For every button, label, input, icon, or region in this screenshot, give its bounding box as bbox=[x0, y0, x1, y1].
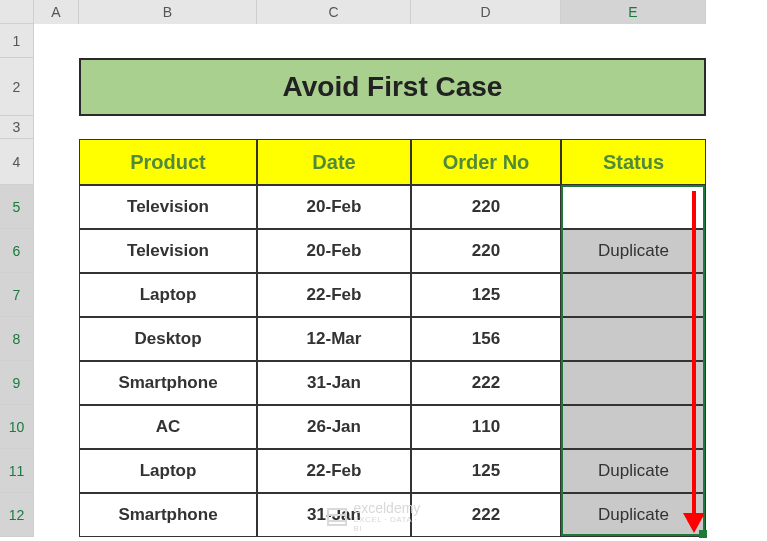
watermark-logo-icon bbox=[327, 508, 347, 526]
cell-order[interactable]: 125 bbox=[411, 449, 561, 493]
header-status[interactable]: Status bbox=[561, 139, 706, 185]
column-headers: ABCDE bbox=[34, 0, 706, 24]
col-header-d[interactable]: D bbox=[411, 0, 561, 24]
cell-date[interactable]: 20-Feb bbox=[257, 229, 411, 273]
row-header-6[interactable]: 6 bbox=[0, 229, 34, 273]
cell-date[interactable]: 22-Feb bbox=[257, 273, 411, 317]
row-header-9[interactable]: 9 bbox=[0, 361, 34, 405]
row-header-8[interactable]: 8 bbox=[0, 317, 34, 361]
page-title: Avoid First Case bbox=[79, 58, 706, 116]
cell-status[interactable] bbox=[561, 317, 706, 361]
col-header-b[interactable]: B bbox=[79, 0, 257, 24]
cell-product[interactable]: Television bbox=[79, 229, 257, 273]
row-header-7[interactable]: 7 bbox=[0, 273, 34, 317]
row-header-12[interactable]: 12 bbox=[0, 493, 34, 537]
row-header-10[interactable]: 10 bbox=[0, 405, 34, 449]
cell-date[interactable]: 12-Mar bbox=[257, 317, 411, 361]
row-header-3[interactable]: 3 bbox=[0, 116, 34, 139]
select-all-corner[interactable] bbox=[0, 0, 34, 24]
cell-product[interactable]: AC bbox=[79, 405, 257, 449]
cell-order[interactable]: 222 bbox=[411, 361, 561, 405]
cell-product[interactable]: Laptop bbox=[79, 273, 257, 317]
arrow-head-icon bbox=[683, 513, 705, 533]
cell-order[interactable]: 125 bbox=[411, 273, 561, 317]
cell-order[interactable]: 156 bbox=[411, 317, 561, 361]
row-header-11[interactable]: 11 bbox=[0, 449, 34, 493]
cell-product[interactable]: Television bbox=[79, 185, 257, 229]
col-header-c[interactable]: C bbox=[257, 0, 411, 24]
cell-order[interactable]: 220 bbox=[411, 229, 561, 273]
cell-product[interactable]: Desktop bbox=[79, 317, 257, 361]
header-order[interactable]: Order No bbox=[411, 139, 561, 185]
col-header-a[interactable]: A bbox=[34, 0, 79, 24]
watermark: exceldemy EXCEL · DATA · BI bbox=[327, 501, 422, 533]
arrow-annotation bbox=[692, 191, 696, 517]
cell-date[interactable]: 22-Feb bbox=[257, 449, 411, 493]
cell-product[interactable]: Smartphone bbox=[79, 493, 257, 537]
row-headers: 123456789101112 bbox=[0, 24, 34, 537]
header-product[interactable]: Product bbox=[79, 139, 257, 185]
cell-status[interactable] bbox=[561, 273, 706, 317]
cell-order[interactable]: 222 bbox=[411, 493, 561, 537]
cell-status[interactable]: Duplicate bbox=[561, 229, 706, 273]
col-header-e[interactable]: E bbox=[561, 0, 706, 24]
header-date[interactable]: Date bbox=[257, 139, 411, 185]
spreadsheet: ABCDE 123456789101112 Avoid First Case P… bbox=[0, 0, 767, 541]
row-header-2[interactable]: 2 bbox=[0, 58, 34, 116]
cell-product[interactable]: Smartphone bbox=[79, 361, 257, 405]
title-text: Avoid First Case bbox=[283, 71, 503, 103]
cell-product[interactable]: Laptop bbox=[79, 449, 257, 493]
cell-status[interactable]: Duplicate bbox=[561, 449, 706, 493]
cell-order[interactable]: 220 bbox=[411, 185, 561, 229]
row-header-5[interactable]: 5 bbox=[0, 185, 34, 229]
cell-status[interactable] bbox=[561, 361, 706, 405]
row-header-1[interactable]: 1 bbox=[0, 24, 34, 58]
cell-date[interactable]: 31-Jan bbox=[257, 361, 411, 405]
cell-status[interactable] bbox=[561, 185, 706, 229]
watermark-main: exceldemy bbox=[353, 501, 422, 515]
cell-date[interactable]: 26-Jan bbox=[257, 405, 411, 449]
cell-date[interactable]: 20-Feb bbox=[257, 185, 411, 229]
cell-status[interactable] bbox=[561, 405, 706, 449]
cell-order[interactable]: 110 bbox=[411, 405, 561, 449]
row-header-4[interactable]: 4 bbox=[0, 139, 34, 185]
watermark-sub: EXCEL · DATA · BI bbox=[353, 515, 422, 533]
